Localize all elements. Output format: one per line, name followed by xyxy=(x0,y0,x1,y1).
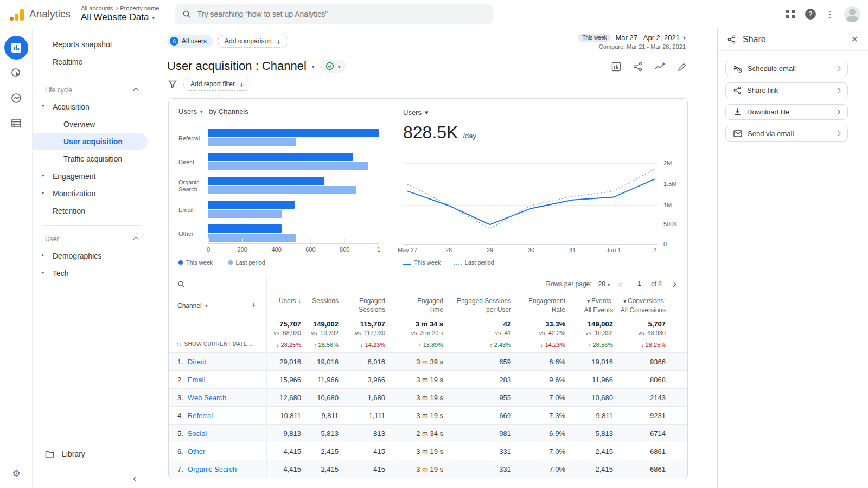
all-users-chip[interactable]: A All users xyxy=(167,35,213,48)
report-title-caret-icon[interactable]: ▾ xyxy=(312,63,315,69)
sidebar-item-library[interactable]: Library xyxy=(33,445,152,463)
rows-per-page-select[interactable]: 20 ▾ xyxy=(598,280,610,288)
edit-pencil-icon[interactable] xyxy=(678,62,687,72)
sidebar-item-monetization[interactable]: Monetization xyxy=(33,185,152,202)
column-header-engaged[interactable]: EngagedSessions xyxy=(339,297,385,314)
breadcrumb-account[interactable]: All accounts xyxy=(81,5,113,11)
global-search[interactable] xyxy=(175,4,493,24)
sidebar-item-engagement[interactable]: Engagement xyxy=(33,168,152,185)
column-header-engaged-sessions[interactable]: Engaged Sessionsper User xyxy=(443,297,511,314)
nav-advertising-icon[interactable] xyxy=(0,89,33,107)
sidebar-item-realtime[interactable]: Realtime xyxy=(33,53,152,70)
sort-descending-icon[interactable]: ↓ xyxy=(296,297,301,305)
next-page-button[interactable] xyxy=(667,280,680,288)
search-input[interactable] xyxy=(197,10,469,18)
help-icon[interactable]: ? xyxy=(805,9,816,20)
y-tick-label: 500K xyxy=(663,221,678,227)
add-column-button[interactable]: + xyxy=(251,300,257,311)
more-menu-icon[interactable]: ⋮ xyxy=(826,9,834,20)
bar-last-period[interactable] xyxy=(208,138,296,146)
table-cell: 11,966 xyxy=(301,376,339,384)
table-search-icon[interactable] xyxy=(177,280,185,288)
insights-icon[interactable] xyxy=(655,62,666,72)
bar-last-period[interactable] xyxy=(208,186,356,194)
caret-down-icon[interactable]: ▾ xyxy=(42,103,44,108)
channel-link-other[interactable]: Other xyxy=(188,447,206,455)
date-range-picker[interactable]: Mar 27 - Apr 2, 2021 ▾ xyxy=(615,34,686,42)
share-report-icon[interactable] xyxy=(633,62,643,72)
bar-last-period[interactable] xyxy=(208,234,296,242)
caret-down-icon[interactable]: ▾ xyxy=(587,298,591,304)
admin-gear-icon[interactable]: ⚙ xyxy=(0,468,33,479)
property-selector[interactable]: All Website Data ▾ xyxy=(81,12,159,23)
collapse-sidebar-icon[interactable] xyxy=(134,474,138,483)
sidebar-item-overview[interactable]: Overview xyxy=(33,115,152,133)
bar-this-week[interactable] xyxy=(208,129,379,137)
line-series-this-week xyxy=(407,179,655,224)
share-action-share-link[interactable]: Share link xyxy=(725,82,848,98)
caret-right-icon[interactable]: ▸ xyxy=(42,269,44,275)
add-report-filter-button[interactable]: Add report filter+ xyxy=(183,78,251,91)
chevron-down-icon[interactable]: ▾ xyxy=(200,109,203,114)
column-header-users[interactable]: Users ↓ xyxy=(266,297,301,314)
chart-options-icon[interactable] xyxy=(611,62,621,72)
nav-configure-icon[interactable] xyxy=(0,114,33,132)
caret-down-icon[interactable]: ▾ xyxy=(623,298,628,304)
channel-link-direct[interactable]: Direct xyxy=(188,358,206,366)
close-icon[interactable]: ✕ xyxy=(851,34,858,44)
prev-page-button[interactable] xyxy=(615,280,628,288)
table-cell: 2143 xyxy=(613,394,688,402)
channel-link-email[interactable]: Email xyxy=(188,376,206,384)
caret-right-icon[interactable]: ▸ xyxy=(42,190,44,195)
table-cell: 9366 xyxy=(613,358,688,366)
column-header-conversions-[interactable]: ▾ Conversions:All Conversions xyxy=(613,297,688,314)
sidebar-section-life-cycle[interactable]: Life cycle xyxy=(33,82,152,98)
table-cell: 3 m 19 s xyxy=(385,412,443,420)
data-quality-chip[interactable]: ▾ xyxy=(320,60,346,73)
share-action-download-file[interactable]: Download file xyxy=(725,104,848,120)
line-metric-selector[interactable]: Users ▾ xyxy=(403,108,428,118)
show-current-date-toggle[interactable]: ↑↓ SHOW CURRENT DATE... xyxy=(169,341,266,348)
caret-right-icon[interactable]: ▸ xyxy=(42,172,44,178)
bar-this-week[interactable] xyxy=(208,153,353,161)
bar-metric-selector[interactable]: Users xyxy=(178,107,197,115)
sidebar-item-reports-snapshot[interactable]: Reports snapshot xyxy=(33,36,152,53)
page-number-input[interactable]: 1 xyxy=(633,280,646,288)
chevron-down-icon[interactable]: ▾ xyxy=(205,303,208,309)
column-header-sessions[interactable]: Sessions xyxy=(301,297,339,314)
channel-link-referral[interactable]: Referral xyxy=(188,412,213,420)
breadcrumb-property[interactable]: Property name xyxy=(120,5,159,11)
table-cell: 981 xyxy=(443,429,511,438)
nav-reports-icon[interactable] xyxy=(4,36,28,60)
add-comparison-button[interactable]: Add comparison+ xyxy=(218,35,288,48)
bar-last-period[interactable] xyxy=(208,210,282,218)
sidebar-item-acquisition[interactable]: Acquisition xyxy=(33,98,152,115)
sidebar-item-tech[interactable]: Tech xyxy=(33,265,152,282)
user-avatar[interactable] xyxy=(844,6,860,22)
change-up: ↑ 28.56% xyxy=(301,342,339,348)
chevron-down-icon: ▾ xyxy=(338,63,341,69)
sidebar-item-user-acquisition[interactable]: User acquisition xyxy=(33,133,148,150)
apps-grid-icon[interactable] xyxy=(786,9,795,19)
bar-this-week[interactable] xyxy=(208,201,295,209)
bar-this-week[interactable] xyxy=(208,224,282,233)
column-header-engagement[interactable]: EngagementRate xyxy=(511,297,565,314)
column-header-events-[interactable]: ▾ Events:All Events xyxy=(565,297,613,314)
send-email-icon xyxy=(733,130,742,137)
share-action-send-via-email[interactable]: Send via email xyxy=(725,126,848,142)
column-header-engaged[interactable]: EngagedTime xyxy=(385,297,443,314)
nav-explore-icon[interactable] xyxy=(0,64,33,82)
share-action-schedule-email[interactable]: Schedule email xyxy=(725,61,848,76)
sidebar-section-user[interactable]: User xyxy=(33,231,152,247)
bar-this-week[interactable] xyxy=(208,177,324,185)
sidebar-item-traffic-acquisition[interactable]: Traffic acquisition xyxy=(33,150,152,168)
channel-column-header[interactable]: Channel xyxy=(177,302,202,310)
channel-link-organic-search[interactable]: Organic Search xyxy=(188,465,237,473)
caret-right-icon[interactable]: ▸ xyxy=(42,252,44,258)
channel-link-social[interactable]: Social xyxy=(188,429,207,438)
change-down: ↓ 14.23% xyxy=(339,342,385,348)
bar-last-period[interactable] xyxy=(208,162,368,170)
sidebar-item-demographics[interactable]: Demographics xyxy=(33,247,152,265)
channel-link-web-search[interactable]: Web Search xyxy=(188,394,226,402)
sidebar-item-retention[interactable]: Retention xyxy=(33,202,152,220)
